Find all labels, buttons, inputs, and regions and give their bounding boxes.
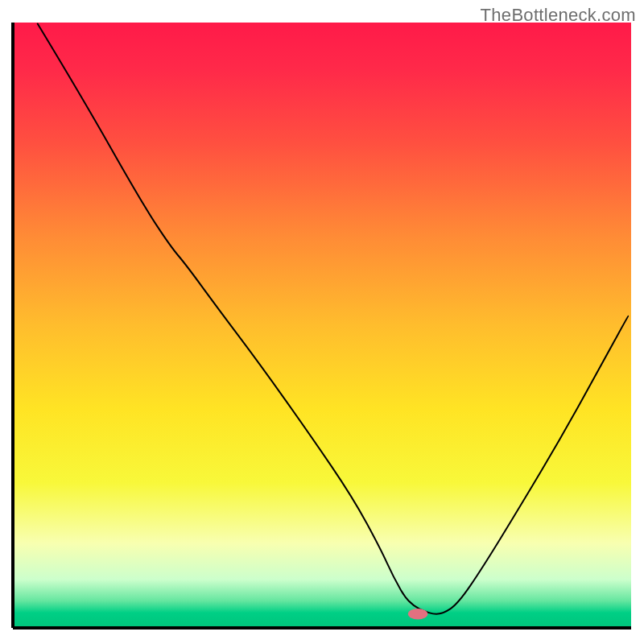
chart-svg	[0, 0, 644, 644]
bottleneck-chart: TheBottleneck.com	[0, 0, 644, 644]
optimal-marker	[408, 609, 428, 620]
gradient-background	[13, 23, 631, 628]
plot-area	[13, 23, 631, 628]
watermark-text: TheBottleneck.com	[481, 5, 636, 26]
